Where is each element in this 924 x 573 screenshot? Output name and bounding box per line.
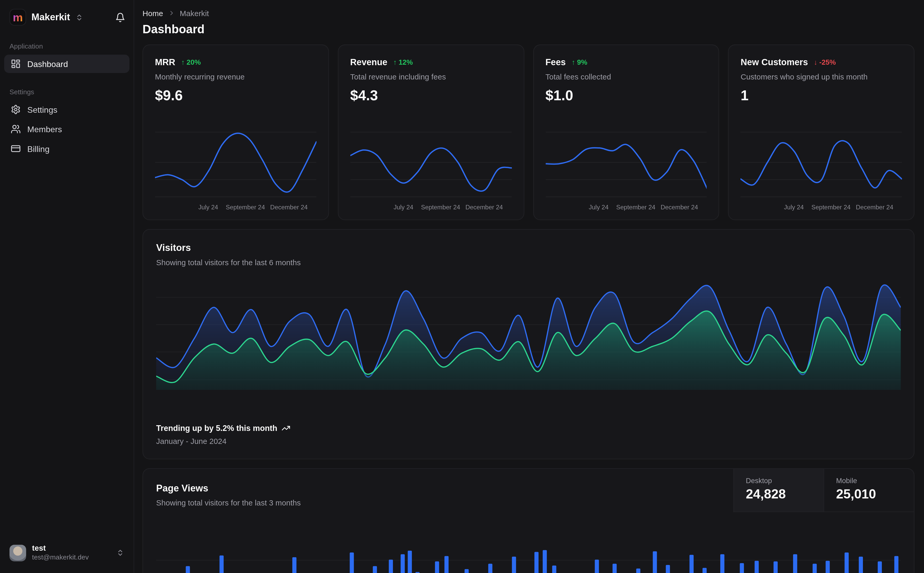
x-axis-labels: July 24 September 24 December 24 (545, 204, 707, 213)
bar (844, 553, 849, 573)
bar (653, 551, 657, 573)
bar (186, 566, 190, 573)
workspace-switcher[interactable]: m Makerkit (9, 9, 115, 25)
chevrons-up-down-icon (75, 13, 83, 21)
bar (415, 572, 419, 573)
stat-title: MRR (155, 57, 175, 67)
bar (408, 551, 412, 573)
visitors-card: Visitors Showing total visitors for the … (143, 229, 915, 459)
sidebar-item-label: Billing (27, 144, 49, 153)
mobile-toggle[interactable]: Mobile 25,010 (824, 469, 914, 512)
bar (444, 556, 449, 573)
bar (464, 569, 469, 573)
page-views-card: Page Views Showing total visitors for th… (143, 468, 915, 573)
credit-card-icon (11, 144, 21, 154)
arrow-up-icon: ↑ (393, 58, 397, 66)
bar (813, 564, 817, 573)
revenue-sparkline-chart: July 24 September 24 December 24 (350, 129, 511, 213)
sparkline-svg (155, 129, 316, 198)
sidebar: m Makerkit Application (0, 0, 134, 573)
bar (703, 568, 707, 573)
gear-icon (11, 105, 21, 114)
trend-badge: ↓-25% (814, 58, 836, 66)
bar (878, 561, 882, 573)
stat-description: Total revenue including fees (350, 72, 511, 81)
bar (512, 557, 516, 573)
page-views-toggles: Desktop 24,828 Mobile 25,010 (733, 469, 914, 512)
fees-sparkline-chart: July 24 September 24 December 24 (545, 129, 707, 213)
sidebar-item-label: Dashboard (27, 59, 68, 69)
visitors-area-chart (156, 276, 901, 390)
x-axis-labels: July 24 September 24 December 24 (350, 204, 511, 213)
desktop-value: 24,828 (746, 487, 824, 502)
bar (595, 559, 599, 573)
bar (720, 554, 725, 573)
sidebar-item-dashboard[interactable]: Dashboard (4, 55, 129, 73)
sidebar-nav: Application Dashboard Settings Settings (0, 42, 133, 158)
arrow-down-icon: ↓ (814, 58, 817, 66)
stat-card-revenue: Revenue ↑12% Total revenue including fee… (337, 44, 524, 220)
bar (373, 566, 377, 573)
bar (773, 561, 778, 573)
app-window: m Makerkit Application (0, 0, 924, 573)
trend-badge: ↑9% (571, 58, 587, 66)
bar (292, 557, 296, 573)
sidebar-item-members[interactable]: Members (4, 120, 129, 138)
sparkline-svg (545, 129, 707, 198)
x-axis-labels: July 24 September 24 December 24 (155, 204, 316, 213)
bar (389, 559, 393, 573)
x-axis-labels: July 24 September 24 December 24 (740, 204, 902, 213)
desktop-toggle[interactable]: Desktop 24,828 (733, 469, 824, 512)
bar (826, 561, 830, 573)
arrow-up-icon: ↑ (571, 58, 575, 66)
trending-up-icon (281, 424, 290, 432)
sidebar-item-label: Settings (27, 105, 57, 114)
breadcrumb-home-link[interactable]: Home (143, 9, 163, 17)
stat-title: New Customers (740, 57, 808, 67)
stat-card-new-customers: New Customers ↓-25% Customers who signed… (728, 44, 915, 220)
bar (740, 563, 744, 573)
bell-icon (115, 12, 125, 22)
breadcrumb-current: Makerkit (180, 9, 209, 17)
stat-description: Total fees collected (545, 72, 707, 81)
sidebar-item-settings[interactable]: Settings (4, 100, 129, 119)
visitors-period: January - June 2024 (156, 437, 901, 445)
sparkline-svg (350, 129, 511, 198)
desktop-label: Desktop (746, 477, 824, 485)
user-avatar (9, 545, 26, 561)
stat-title: Fees (545, 57, 566, 67)
sidebar-item-label: Members (27, 124, 62, 134)
sidebar-top: m Makerkit Application (0, 7, 133, 159)
bar (534, 552, 538, 573)
nav-section-label-settings: Settings (0, 88, 133, 96)
dashboard-icon (11, 59, 21, 69)
new-customers-sparkline-chart: July 24 September 24 December 24 (740, 129, 902, 213)
trend-badge: ↑20% (181, 58, 201, 66)
chevron-right-icon (168, 9, 175, 17)
makerkit-logo-letter: m (13, 12, 23, 23)
arrow-up-icon: ↑ (181, 58, 185, 66)
user-menu[interactable]: test test@makerkit.dev (5, 541, 129, 565)
stat-value: $1.0 (545, 87, 707, 104)
workspace-name: Makerkit (31, 12, 70, 23)
visitors-trend-text: Trending up by 5.2% this month (156, 424, 277, 432)
bar (894, 556, 899, 573)
breadcrumb: Home Makerkit (143, 8, 915, 18)
bar (755, 561, 759, 573)
mobile-value: 25,010 (836, 487, 914, 502)
bar (636, 568, 640, 573)
stat-value: 1 (740, 87, 902, 104)
stat-cards-row: MRR ↑20% Monthly recurring revenue $9.6 … (143, 44, 915, 220)
visitors-footer: Trending up by 5.2% this month January -… (156, 424, 901, 446)
mobile-label: Mobile (836, 477, 914, 485)
bar (220, 555, 224, 573)
page-views-bar-chart (156, 509, 901, 573)
bar (435, 561, 439, 573)
sidebar-item-billing[interactable]: Billing (4, 139, 129, 158)
nav-section-label-application: Application (0, 42, 133, 50)
visitors-title: Visitors (156, 243, 901, 253)
notifications-button[interactable] (115, 12, 125, 22)
bar (543, 550, 547, 573)
stat-card-mrr: MRR ↑20% Monthly recurring revenue $9.6 … (143, 44, 329, 220)
bar (552, 565, 556, 573)
